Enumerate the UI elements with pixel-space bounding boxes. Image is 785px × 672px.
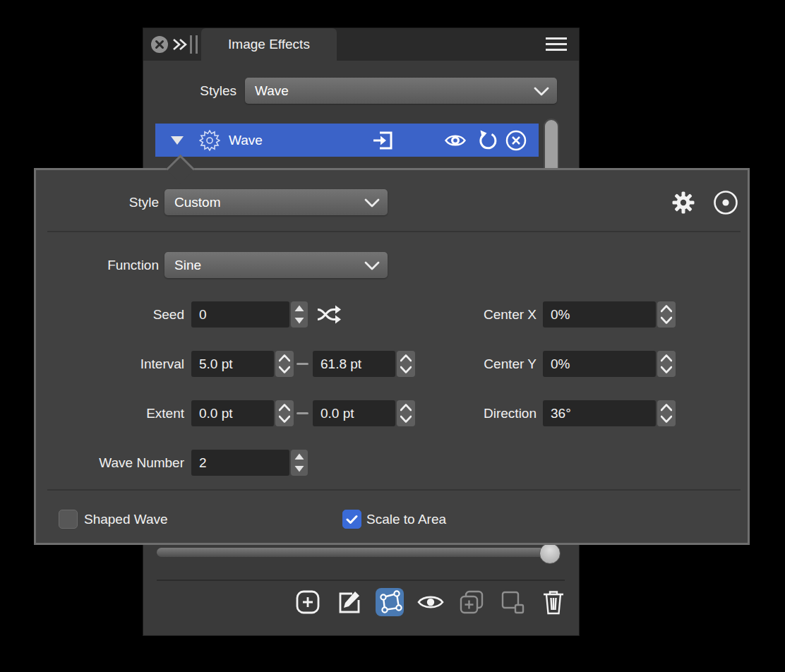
style-dropdown[interactable]: Custom — [164, 189, 388, 215]
copy-style-button[interactable] — [498, 588, 527, 616]
delete-button[interactable] — [539, 588, 568, 616]
duplicate-plus-icon — [458, 589, 485, 616]
center-x-label: Center X — [417, 301, 537, 328]
effect-row-label: Wave — [229, 124, 263, 157]
import-arrow-icon[interactable] — [371, 124, 394, 157]
extent-min-field[interactable]: 0.0 pt — [191, 400, 274, 426]
duplicate-button[interactable] — [457, 588, 486, 616]
settings-gear-button[interactable] — [670, 189, 697, 219]
extent-max-stepper[interactable] — [397, 400, 415, 426]
stepper-chevrons-icon — [400, 354, 412, 373]
edit-pencil-icon — [335, 589, 362, 616]
double-chevron-right-icon[interactable] — [172, 37, 188, 52]
wave-number-label: Wave Number — [50, 450, 184, 476]
edit-effect-button[interactable] — [335, 588, 363, 616]
extent-label: Extent — [64, 400, 184, 426]
plus-square-icon — [294, 589, 321, 616]
wave-settings-popup: Style Custom Function — [34, 168, 750, 545]
warp-nodes-button[interactable] — [376, 588, 404, 616]
shaped-wave-label[interactable]: Shaped Wave — [84, 510, 168, 529]
effect-row-wave[interactable]: Wave — [155, 124, 539, 157]
interval-min-field[interactable]: 5.0 pt — [191, 351, 274, 377]
extent-min-stepper[interactable] — [275, 400, 294, 426]
function-dropdown[interactable]: Sine — [164, 252, 388, 278]
opacity-slider-track[interactable] — [157, 548, 559, 557]
add-effect-button[interactable] — [294, 588, 322, 616]
hamburger-menu-icon[interactable] — [546, 37, 567, 52]
record-state-button[interactable] — [712, 189, 739, 219]
shuffle-icon — [317, 305, 342, 324]
shaped-wave-checkbox[interactable] — [59, 510, 78, 529]
circle-dot-icon — [712, 189, 739, 216]
dropdown-chevron-icon — [364, 198, 380, 208]
tab-label: Image Effects — [228, 37, 310, 52]
style-label: Style — [50, 189, 159, 215]
center-x-stepper[interactable] — [657, 301, 676, 328]
panel-header: Image Effects — [143, 28, 579, 61]
screen: Image Effects Styles Wave Wave — [0, 0, 785, 672]
checkmark-icon — [346, 515, 358, 524]
interval-label: Interval — [64, 351, 184, 377]
warp-node-icon — [376, 588, 404, 616]
panel-grip-icon[interactable] — [190, 35, 198, 54]
panel-toolbar — [294, 588, 568, 616]
eye-icon — [417, 592, 444, 612]
eye-icon[interactable] — [445, 124, 466, 157]
direction-label: Direction — [417, 400, 537, 426]
range-dash — [296, 363, 308, 365]
reset-icon[interactable] — [477, 124, 498, 157]
interval-min-stepper[interactable] — [275, 351, 294, 377]
seed-stepper[interactable] — [291, 301, 308, 328]
dropdown-chevron-icon — [364, 261, 380, 270]
wave-effect-icon — [199, 124, 220, 157]
center-y-stepper[interactable] — [657, 351, 676, 377]
center-x-field[interactable]: 0% — [543, 301, 656, 328]
wave-number-stepper[interactable] — [291, 450, 308, 476]
styles-dropdown[interactable]: Wave — [245, 78, 557, 104]
stepper-chevrons-icon — [279, 354, 290, 373]
opacity-slider-knob[interactable] — [539, 543, 561, 564]
center-y-field[interactable]: 0% — [543, 351, 656, 377]
copy-squares-icon — [499, 589, 526, 616]
stepper-up-down-icon — [291, 301, 308, 328]
center-y-label: Center Y — [417, 351, 537, 377]
trash-icon — [541, 589, 565, 616]
function-label: Function — [50, 252, 159, 278]
disclosure-triangle-icon[interactable] — [171, 124, 184, 157]
tab-image-effects[interactable]: Image Effects — [201, 28, 337, 61]
popup-divider-top — [47, 231, 741, 232]
popup-divider-bottom — [47, 489, 741, 491]
shuffle-seed-button[interactable] — [317, 305, 342, 327]
stepper-chevrons-icon — [661, 404, 672, 423]
stepper-up-down-icon — [291, 450, 308, 476]
direction-field[interactable]: 36° — [543, 400, 656, 426]
circle-x-icon[interactable] — [505, 124, 527, 157]
toggle-visibility-button[interactable] — [417, 588, 445, 616]
stepper-chevrons-icon — [279, 404, 290, 423]
stepper-chevrons-icon — [661, 305, 672, 324]
seed-label: Seed — [64, 301, 184, 328]
styles-label: Styles — [172, 78, 236, 104]
direction-stepper[interactable] — [657, 400, 676, 426]
stepper-chevrons-icon — [661, 354, 672, 373]
style-dropdown-value: Custom — [174, 189, 220, 215]
seed-field[interactable]: 0 — [191, 301, 289, 328]
stepper-chevrons-icon — [400, 404, 412, 423]
scale-to-area-label[interactable]: Scale to Area — [366, 510, 446, 529]
toolbar-divider — [157, 580, 565, 581]
range-dash — [296, 412, 308, 414]
scale-to-area-checkbox[interactable] — [342, 510, 361, 529]
extent-max-field[interactable]: 0.0 pt — [313, 400, 395, 426]
styles-dropdown-value: Wave — [255, 78, 289, 104]
function-dropdown-value: Sine — [174, 252, 201, 278]
dropdown-chevron-icon — [534, 87, 549, 96]
close-circle-icon[interactable] — [150, 35, 169, 54]
interval-max-stepper[interactable] — [397, 351, 415, 377]
wave-number-field[interactable]: 2 — [191, 450, 289, 476]
gear-icon — [670, 189, 697, 216]
interval-max-field[interactable]: 61.8 pt — [313, 351, 395, 377]
